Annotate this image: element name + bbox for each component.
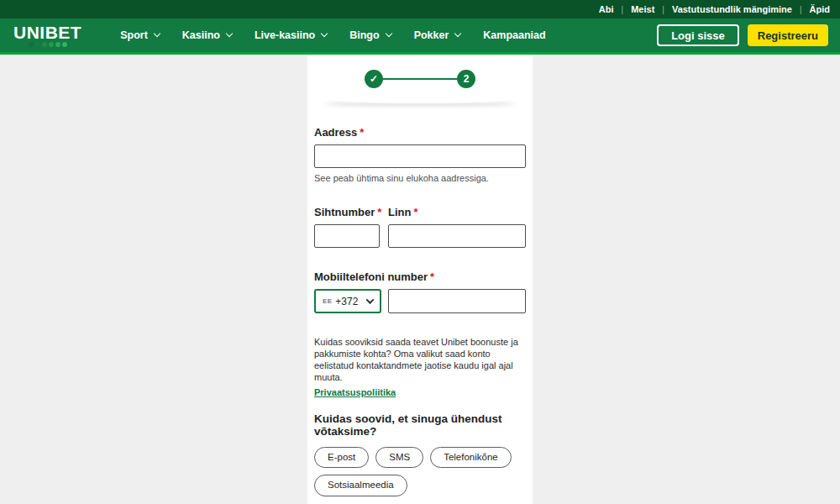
city-input[interactable] <box>388 224 526 248</box>
chip-epost[interactable]: E-post <box>314 447 369 469</box>
chevron-down-icon <box>366 296 375 304</box>
address-helper-text: See peab ühtima sinu elukoha aadressiga. <box>314 173 526 183</box>
stepper-connector <box>383 78 457 80</box>
postcode-label: Sihtnumber* <box>314 206 380 218</box>
contact-option-chips: E-post SMS Telefonikõne Sotsiaalmeedia <box>314 447 526 496</box>
postcode-label-text: Sihtnumber <box>314 206 375 218</box>
phone-input[interactable] <box>388 289 526 313</box>
address-label: Aadress* <box>314 126 526 139</box>
main-navbar: UNIBET Sport Kasiino Live-kasiino Bingo … <box>0 18 840 52</box>
privacy-policy-link[interactable]: Privaatsuspoliitika <box>314 387 396 397</box>
country-code-text: EE <box>323 297 332 305</box>
city-label: Linn* <box>388 206 526 218</box>
check-icon: ✓ <box>370 73 378 85</box>
chip-sotsiaalmeedia[interactable]: Sotsiaalmeedia <box>314 475 407 496</box>
login-button[interactable]: Logi sisse <box>657 24 739 46</box>
phone-row: EE +372 <box>314 289 526 313</box>
topbar-separator: | <box>800 5 802 14</box>
nav-item-pokker[interactable]: Pokker <box>414 29 461 41</box>
chip-sms[interactable]: SMS <box>375 447 423 469</box>
phone-label-text: Mobiiltelefoni number <box>314 270 428 283</box>
contact-preference-heading: Kuidas soovid, et sinuga ühendust võtaks… <box>314 412 526 438</box>
required-marker: * <box>360 126 364 139</box>
topbar-separator: | <box>622 5 624 14</box>
chip-telefonikone[interactable]: Telefonikõne <box>430 447 512 469</box>
nav-item-sport[interactable]: Sport <box>120 29 160 41</box>
chevron-down-icon <box>454 30 461 37</box>
unibet-logo-text: UNIBET <box>13 24 81 41</box>
stepper-shadow-divider <box>323 98 517 103</box>
topbar-separator: | <box>662 5 664 14</box>
nav-item-label: Sport <box>120 29 148 41</box>
unibet-logo[interactable]: UNIBET <box>13 24 81 47</box>
step-2-number: 2 <box>464 73 470 85</box>
nav-item-live-kasiino[interactable]: Live-kasiino <box>255 29 327 41</box>
topbar-link-meist[interactable]: Meist <box>631 0 654 18</box>
postcode-input[interactable] <box>314 224 380 248</box>
nav-item-label: Live-kasiino <box>255 29 315 41</box>
required-marker: * <box>377 206 381 218</box>
required-marker: * <box>413 206 417 218</box>
nav-item-bingo[interactable]: Bingo <box>349 29 391 41</box>
nav-item-kasiino[interactable]: Kasiino <box>182 29 232 41</box>
topbar-link-apps[interactable]: Äpid <box>810 0 830 18</box>
nav-item-label: Kampaaniad <box>483 29 545 41</box>
address-label-text: Aadress <box>314 126 357 139</box>
nav-item-label: Pokker <box>414 29 449 41</box>
topbar-link-responsible-gaming[interactable]: Vastutustundlik mängimine <box>672 0 792 18</box>
page-background: ✓ 2 Aadress* See peab ühtima sinu elukoh… <box>0 55 840 504</box>
nav-item-kampaaniad[interactable]: Kampaaniad <box>483 29 545 41</box>
marketing-info-text: Kuidas sooviksid saada teavet Unibet boo… <box>314 337 526 384</box>
chevron-down-icon <box>385 30 391 37</box>
topbar-link-abi[interactable]: Abi <box>599 0 614 18</box>
city-label-text: Linn <box>388 206 411 218</box>
registration-card: ✓ 2 Aadress* See peab ühtima sinu elukoh… <box>307 55 533 504</box>
chevron-down-icon <box>154 30 160 37</box>
registration-stepper: ✓ 2 <box>314 55 526 88</box>
step-1-completed: ✓ <box>365 70 383 88</box>
unibet-logo-dots <box>29 42 67 47</box>
phone-label: Mobiiltelefoni number* <box>314 270 526 283</box>
step-2-current: 2 <box>457 70 475 88</box>
chevron-down-icon <box>226 30 233 37</box>
nav-auth-buttons: Logi sisse Registreeru <box>657 24 828 46</box>
postcode-city-row: Sihtnumber* Linn* <box>314 183 526 248</box>
utility-topbar: Abi | Meist | Vastutustundlik mängimine … <box>0 0 840 18</box>
country-code-select[interactable]: EE +372 <box>314 289 381 313</box>
register-button[interactable]: Registreeru <box>748 24 828 46</box>
dial-code-text: +372 <box>335 296 358 307</box>
nav-item-label: Bingo <box>349 29 379 41</box>
required-marker: * <box>430 270 434 283</box>
nav-item-label: Kasiino <box>182 29 220 41</box>
chevron-down-icon <box>321 30 328 37</box>
address-input[interactable] <box>314 144 526 168</box>
nav-menu: Sport Kasiino Live-kasiino Bingo Pokker … <box>120 29 546 41</box>
